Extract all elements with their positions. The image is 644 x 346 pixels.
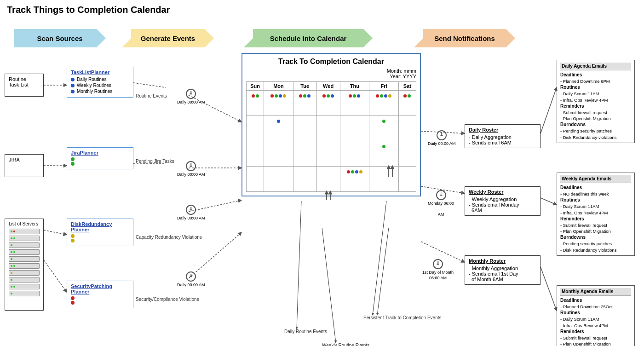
daily-reminders: - Submit firewall request- Plan Openshif… xyxy=(560,110,631,122)
monthly-roster: Monthly Roster - Monthly Aggregation - S… xyxy=(465,255,540,285)
dot xyxy=(299,94,302,98)
daily-roster-item-1: - Daily Aggregation xyxy=(469,134,536,140)
clock-icon-3 xyxy=(186,205,196,215)
clock-group-3: Daily 00:00 AM xyxy=(177,205,205,220)
jira-planner-item-2 xyxy=(71,162,129,166)
daily-burndowns: - Pending security patches- Disk Redunda… xyxy=(560,128,631,140)
weekly-roster-item-2: - Sends email Monday 6AM xyxy=(469,202,536,213)
phase-generate-banner: Generate Events xyxy=(122,29,214,47)
phase-notify-label: Send Notifications xyxy=(434,35,495,42)
servers-label: List of Servers xyxy=(9,221,40,226)
dot xyxy=(283,94,286,98)
disk-planner: DiskRedundancyPlanner xyxy=(67,219,133,246)
daily-routines-label: Routines xyxy=(560,85,580,90)
weekly-routines: - Daily Scrum 11AM- Infra. Ops Review 4P… xyxy=(560,203,631,216)
jira-planner-title: JiraPlanner xyxy=(71,150,129,156)
col-fri: Fri xyxy=(369,82,399,91)
dot-yellow-2 xyxy=(71,239,75,242)
security-planner-title: SecurityPatchingPlanner xyxy=(71,283,129,294)
table-row xyxy=(247,141,416,167)
monthly-deadlines: - Planned Downtime 25Oct xyxy=(560,304,631,310)
source-jira: JIRA xyxy=(5,154,44,177)
dot xyxy=(408,94,411,98)
dot xyxy=(303,94,306,98)
cell-r2-fri xyxy=(369,116,399,141)
cell-r3-sat xyxy=(398,141,416,167)
jira-planner: JiraPlanner xyxy=(67,147,133,169)
calendar-title: Track To Completion Calendar xyxy=(246,58,416,66)
dot-red-1 xyxy=(71,296,75,300)
cell-r2-mon xyxy=(264,116,293,141)
weekly-routines-label: Routines xyxy=(560,197,580,202)
daily-deadlines: - Planned Downtime 6PM xyxy=(560,78,631,84)
monthly-reminders-label: Reminders xyxy=(560,329,584,334)
clock-label-3: Daily 00:00 AM xyxy=(177,216,205,220)
server-rack xyxy=(9,229,40,296)
cell-r1-sat xyxy=(398,91,416,116)
col-sun: Sun xyxy=(247,82,264,91)
weekly-roster: Weekly Roster - Weekly Aggregation - Sen… xyxy=(465,186,540,216)
dot-green-2 xyxy=(71,162,75,166)
cell-r3-sun xyxy=(247,141,264,167)
dot xyxy=(270,94,274,98)
monthly-roster-item-1: - Monthly Aggregation xyxy=(469,265,536,271)
monthly-roster-item-2: - Sends email 1st Day of Month 6AM xyxy=(469,271,536,282)
col-sat: Sat xyxy=(398,82,416,91)
cell-r3-thu xyxy=(340,141,369,167)
dot xyxy=(382,145,385,148)
security-planner: SecurityPatchingPlanner xyxy=(67,281,133,308)
cell-r4-wed xyxy=(316,167,340,192)
svg-line-16 xyxy=(297,201,301,329)
cell-r1-tue xyxy=(293,91,316,116)
cell-r4-sat xyxy=(398,167,416,192)
monthly-routines-label: Routines xyxy=(560,310,580,315)
dot xyxy=(382,120,385,123)
disk-planner-item-1 xyxy=(71,234,129,238)
flow-label-jira: Pending Jira Tasks xyxy=(136,159,174,164)
svg-line-19 xyxy=(377,228,389,315)
weekly-roster-title: Weekly Roster xyxy=(469,189,536,195)
cell-r4-fri xyxy=(369,167,399,192)
monthly-email-box: Monthly Agenda Emails Deadlines - Planne… xyxy=(557,285,635,346)
col-thu: Thu xyxy=(340,82,369,91)
diagram-area: Scan Sources Generate Events Schedule In… xyxy=(0,21,644,346)
table-row xyxy=(247,167,416,192)
dot xyxy=(359,170,362,173)
svg-line-18 xyxy=(373,201,386,315)
task-planner-item-1: Daily Routines xyxy=(71,77,129,82)
cell-r4-tue xyxy=(293,167,316,192)
annotation-weekly-routine: Weekly Routine Events xyxy=(322,343,369,346)
daily-roster: Daily Roster - Daily Aggregation - Sends… xyxy=(465,124,540,148)
clock-label-4: Daily 00:00 AM xyxy=(177,283,205,287)
weekly-roster-item-1: - Weekly Aggregation xyxy=(469,196,536,202)
phase-scan-banner: Scan Sources xyxy=(14,29,106,47)
dot-blue-2 xyxy=(71,84,75,87)
dot xyxy=(355,170,358,173)
flow-label-security: Security/Compliance Violations xyxy=(136,297,199,302)
clock-icon-2 xyxy=(186,161,196,171)
flow-label-routine: Routine Events xyxy=(136,93,167,98)
phase-schedule-banner: Schedule Into Calendar xyxy=(244,29,373,47)
dot xyxy=(256,94,259,98)
daily-email-box: Daily Agenda Emails Deadlines - Planned … xyxy=(557,60,635,143)
dot xyxy=(357,94,360,98)
clock-label-monthly-2: 06:00 AM xyxy=(429,276,447,280)
svg-line-8 xyxy=(44,260,67,292)
dot xyxy=(349,94,352,98)
dot xyxy=(275,94,278,98)
daily-email-title: Daily Agenda Emails xyxy=(560,63,631,70)
clock-label-1: Daily 00:00 AM xyxy=(177,100,205,104)
cell-r3-mon xyxy=(264,141,293,167)
cell-r1-wed xyxy=(316,91,340,116)
disk-planner-item-2 xyxy=(71,239,129,242)
dot xyxy=(327,94,330,98)
svg-line-15 xyxy=(540,267,557,311)
clock-label-monthly: 1st Day of Month xyxy=(422,270,454,275)
dot-green-1 xyxy=(71,157,75,161)
phase-generate-label: Generate Events xyxy=(141,35,195,42)
phase-schedule-label: Schedule Into Calendar xyxy=(270,35,347,42)
jira-label: JIRA xyxy=(9,157,20,162)
dot xyxy=(279,94,282,98)
col-mon: Mon xyxy=(264,82,293,91)
calendar: Track To Completion Calendar Month: mmm … xyxy=(242,53,421,196)
